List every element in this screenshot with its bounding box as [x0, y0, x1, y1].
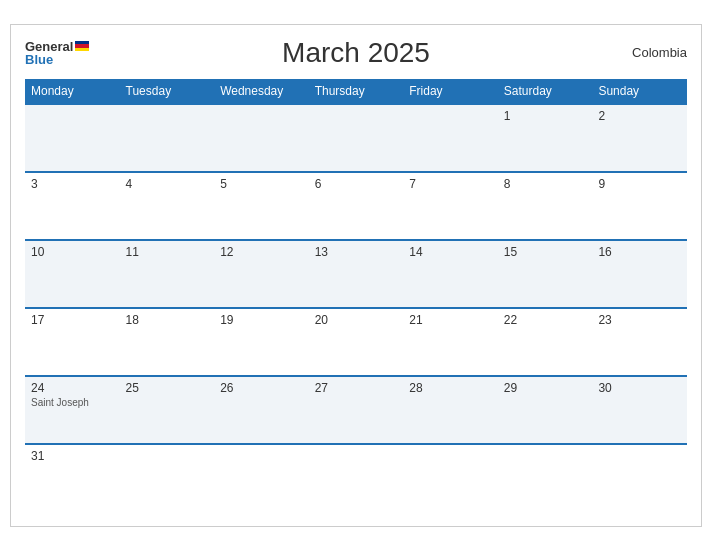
calendar-day-cell — [309, 104, 404, 172]
weekday-header-friday: Friday — [403, 79, 498, 104]
day-number: 4 — [126, 177, 209, 191]
day-number: 15 — [504, 245, 587, 259]
day-number: 1 — [504, 109, 587, 123]
logo: General Blue — [25, 40, 89, 66]
day-number: 29 — [504, 381, 587, 395]
calendar-day-cell: 13 — [309, 240, 404, 308]
calendar-header: General Blue March 2025 Colombia — [25, 37, 687, 69]
day-number: 10 — [31, 245, 114, 259]
calendar-day-cell — [498, 444, 593, 512]
day-number: 21 — [409, 313, 492, 327]
calendar-day-cell: 3 — [25, 172, 120, 240]
weekday-header-sunday: Sunday — [592, 79, 687, 104]
calendar-day-cell: 23 — [592, 308, 687, 376]
calendar-day-cell — [403, 104, 498, 172]
holiday-label: Saint Joseph — [31, 397, 114, 408]
calendar-week-row: 17181920212223 — [25, 308, 687, 376]
calendar-day-cell: 11 — [120, 240, 215, 308]
calendar-day-cell: 25 — [120, 376, 215, 444]
calendar-day-cell: 16 — [592, 240, 687, 308]
weekday-header-monday: Monday — [25, 79, 120, 104]
day-number: 5 — [220, 177, 303, 191]
day-number: 6 — [315, 177, 398, 191]
country-label: Colombia — [632, 45, 687, 60]
day-number: 3 — [31, 177, 114, 191]
calendar-day-cell — [309, 444, 404, 512]
calendar-day-cell: 21 — [403, 308, 498, 376]
calendar-day-cell: 14 — [403, 240, 498, 308]
day-number: 17 — [31, 313, 114, 327]
day-number: 18 — [126, 313, 209, 327]
day-number: 8 — [504, 177, 587, 191]
day-number: 11 — [126, 245, 209, 259]
day-number: 14 — [409, 245, 492, 259]
day-number: 7 — [409, 177, 492, 191]
calendar-day-cell — [592, 444, 687, 512]
calendar-week-row: 24Saint Joseph252627282930 — [25, 376, 687, 444]
weekday-header-row: MondayTuesdayWednesdayThursdayFridaySatu… — [25, 79, 687, 104]
calendar-day-cell — [120, 444, 215, 512]
weekday-header-thursday: Thursday — [309, 79, 404, 104]
calendar-day-cell: 22 — [498, 308, 593, 376]
calendar-week-row: 10111213141516 — [25, 240, 687, 308]
calendar-day-cell: 29 — [498, 376, 593, 444]
calendar-day-cell: 12 — [214, 240, 309, 308]
calendar-day-cell: 27 — [309, 376, 404, 444]
day-number: 2 — [598, 109, 681, 123]
calendar-day-cell: 10 — [25, 240, 120, 308]
day-number: 28 — [409, 381, 492, 395]
calendar-week-row: 12 — [25, 104, 687, 172]
day-number: 12 — [220, 245, 303, 259]
calendar-table: MondayTuesdayWednesdayThursdayFridaySatu… — [25, 79, 687, 512]
calendar-day-cell: 9 — [592, 172, 687, 240]
calendar-week-row: 31 — [25, 444, 687, 512]
calendar-day-cell: 1 — [498, 104, 593, 172]
day-number: 9 — [598, 177, 681, 191]
weekday-header-wednesday: Wednesday — [214, 79, 309, 104]
calendar-day-cell: 8 — [498, 172, 593, 240]
calendar-day-cell: 4 — [120, 172, 215, 240]
calendar-day-cell — [214, 104, 309, 172]
day-number: 19 — [220, 313, 303, 327]
day-number: 30 — [598, 381, 681, 395]
day-number: 23 — [598, 313, 681, 327]
calendar-day-cell: 5 — [214, 172, 309, 240]
calendar-day-cell: 30 — [592, 376, 687, 444]
calendar-day-cell: 17 — [25, 308, 120, 376]
day-number: 27 — [315, 381, 398, 395]
calendar-day-cell: 28 — [403, 376, 498, 444]
logo-flag-icon — [75, 41, 89, 51]
calendar-container: General Blue March 2025 Colombia MondayT… — [10, 24, 702, 527]
calendar-day-cell — [214, 444, 309, 512]
logo-blue-text: Blue — [25, 53, 89, 66]
calendar-day-cell: 20 — [309, 308, 404, 376]
calendar-day-cell: 19 — [214, 308, 309, 376]
day-number: 26 — [220, 381, 303, 395]
calendar-day-cell: 26 — [214, 376, 309, 444]
calendar-week-row: 3456789 — [25, 172, 687, 240]
day-number: 22 — [504, 313, 587, 327]
day-number: 24 — [31, 381, 114, 395]
calendar-day-cell — [120, 104, 215, 172]
calendar-day-cell — [403, 444, 498, 512]
day-number: 13 — [315, 245, 398, 259]
calendar-day-cell: 6 — [309, 172, 404, 240]
day-number: 25 — [126, 381, 209, 395]
calendar-day-cell: 31 — [25, 444, 120, 512]
calendar-title: March 2025 — [282, 37, 430, 69]
calendar-day-cell: 2 — [592, 104, 687, 172]
day-number: 16 — [598, 245, 681, 259]
calendar-day-cell: 7 — [403, 172, 498, 240]
calendar-day-cell: 15 — [498, 240, 593, 308]
logo-general-text: General — [25, 40, 73, 53]
calendar-day-cell: 18 — [120, 308, 215, 376]
calendar-day-cell — [25, 104, 120, 172]
weekday-header-tuesday: Tuesday — [120, 79, 215, 104]
weekday-header-saturday: Saturday — [498, 79, 593, 104]
day-number: 31 — [31, 449, 114, 463]
calendar-day-cell: 24Saint Joseph — [25, 376, 120, 444]
day-number: 20 — [315, 313, 398, 327]
